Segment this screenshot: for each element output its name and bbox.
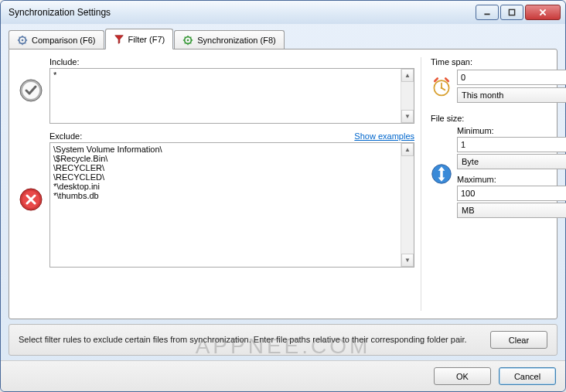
filter-panel: Include: * ▲ ▼ (9, 49, 557, 319)
window-controls (476, 5, 561, 20)
left-column: Include: * ▲ ▼ (19, 57, 414, 311)
svg-point-11 (441, 87, 443, 89)
min-label: Minimum: (457, 126, 566, 135)
gear-icon (17, 35, 28, 46)
svg-point-3 (22, 39, 24, 41)
minimize-icon (482, 8, 492, 17)
include-label: Include: (49, 57, 414, 66)
exclude-label: Exclude: (49, 131, 82, 141)
svg-point-5 (187, 39, 189, 41)
timespan-value[interactable] (458, 70, 566, 84)
combo-value: MB (458, 206, 566, 215)
hint-text: Select filter rules to exclude certain f… (19, 334, 482, 345)
timespan-label: Time span: (431, 57, 547, 66)
window-title: Synchronization Settings (9, 7, 476, 18)
show-examples-link[interactable]: Show examples (354, 131, 414, 141)
combo-value: This month (458, 90, 566, 100)
timespan-unit-combo[interactable]: This month ▼ (457, 87, 566, 103)
close-button[interactable] (525, 5, 561, 20)
gear-icon (182, 35, 193, 46)
minimize-button[interactable] (476, 5, 499, 20)
min-unit-combo[interactable]: Byte ▼ (457, 154, 566, 169)
max-value[interactable] (458, 186, 566, 200)
filesize-label: File size: (431, 114, 547, 123)
svg-rect-1 (509, 9, 514, 15)
content: Comparison (F6) Filter (F7) Synchronizat… (1, 24, 565, 360)
scrollbar[interactable]: ▲ ▼ (401, 143, 414, 267)
checkmark-icon (19, 78, 43, 103)
ok-button[interactable]: OK (434, 367, 491, 385)
tab-label: Filter (F7) (128, 35, 165, 44)
tabstrip: Comparison (F6) Filter (F7) Synchronizat… (9, 29, 557, 49)
combo-value: Byte (458, 157, 566, 166)
right-column: Time span: ▲▼ (421, 57, 547, 311)
scroll-up-icon[interactable]: ▲ (401, 69, 414, 82)
timespan-group: Time span: ▲▼ (431, 57, 547, 103)
timespan-spinner[interactable]: ▲▼ (457, 70, 566, 85)
include-textarea[interactable]: * (50, 69, 401, 123)
dialog-footer: OK Cancel (1, 360, 565, 391)
exclude-textarea[interactable]: \System Volume Information\ \$Recycle.Bi… (50, 143, 401, 267)
funnel-icon (114, 34, 124, 45)
max-label: Maximum: (457, 175, 566, 184)
min-value[interactable] (458, 138, 566, 152)
maximize-icon (507, 8, 517, 17)
hint-footer: Select filter rules to exclude certain f… (9, 324, 557, 356)
filesize-group: File size: Minimum: ▲▼ (431, 114, 547, 221)
titlebar[interactable]: Synchronization Settings (1, 1, 565, 24)
scroll-down-icon[interactable]: ▼ (401, 110, 414, 123)
min-spinner[interactable]: ▲▼ (457, 137, 566, 152)
tab-label: Comparison (F6) (32, 36, 96, 45)
max-unit-combo[interactable]: MB ▼ (457, 203, 566, 218)
cancel-button[interactable]: Cancel (499, 367, 556, 385)
updown-arrow-icon (431, 163, 452, 185)
window: Synchronization Settings Comparison (F6)… (0, 0, 566, 392)
clear-button[interactable]: Clear (490, 331, 547, 349)
scrollbar[interactable]: ▲ ▼ (401, 69, 414, 123)
exclude-section: Exclude: Show examples \System Volume In… (19, 131, 414, 268)
close-icon (538, 8, 547, 17)
tab-synchronization[interactable]: Synchronization (F8) (174, 30, 285, 49)
clock-icon (431, 76, 452, 97)
scroll-up-icon[interactable]: ▲ (401, 143, 414, 156)
scroll-down-icon[interactable]: ▼ (401, 254, 414, 267)
error-icon (19, 187, 43, 212)
max-spinner[interactable]: ▲▼ (457, 186, 566, 201)
maximize-button[interactable] (500, 5, 523, 20)
tab-comparison[interactable]: Comparison (F6) (9, 30, 104, 49)
tab-filter[interactable]: Filter (F7) (105, 29, 174, 49)
include-section: Include: * ▲ ▼ (19, 57, 414, 124)
tab-label: Synchronization (F8) (197, 36, 276, 45)
